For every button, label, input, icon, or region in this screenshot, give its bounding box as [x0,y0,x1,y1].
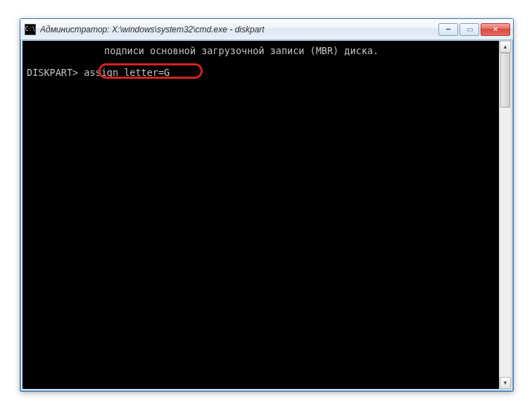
console-text-line: подписи основной загрузочной записи (MBR… [104,45,495,57]
prompt-text: DISKPART> [27,67,78,78]
close-icon: ✕ [493,25,498,33]
chevron-down-icon: ▼ [502,380,508,386]
scroll-up-button[interactable]: ▲ [500,41,511,53]
minimize-icon: ━ [446,25,450,33]
client-area: подписи основной загрузочной записи (MBR… [22,40,512,390]
cmd-icon-label: C:\ [25,26,35,32]
scroll-down-button[interactable]: ▼ [500,377,511,389]
console-output[interactable]: подписи основной загрузочной записи (MBR… [23,41,499,389]
close-button[interactable]: ✕ [481,23,510,36]
window-title: Администратор: X:\windows\system32\cmd.e… [40,25,438,34]
chevron-up-icon: ▲ [502,44,508,50]
cmd-window: C:\ Администратор: X:\windows\system32\c… [20,18,514,392]
maximize-icon: ▭ [467,25,473,33]
command-text: assign letter=G [84,67,170,78]
scroll-track[interactable] [500,53,511,377]
vertical-scrollbar[interactable]: ▲ ▼ [499,41,511,389]
minimize-button[interactable]: ━ [438,23,458,36]
maximize-button[interactable]: ▭ [460,23,479,36]
cursor: _ [170,67,175,78]
window-controls: ━ ▭ ✕ [438,23,510,36]
console-prompt-line: DISKPART> assign letter=G_ [27,67,495,79]
titlebar[interactable]: C:\ Администратор: X:\windows\system32\c… [20,19,513,40]
scroll-thumb[interactable] [500,53,510,108]
cmd-icon: C:\ [25,24,36,35]
